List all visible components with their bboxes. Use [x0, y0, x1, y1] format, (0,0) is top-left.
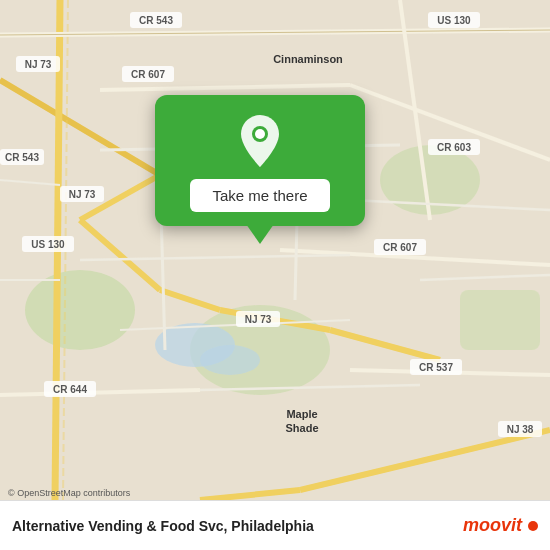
map-container: CR 543 US 130 NJ 73 CR 607 Cinnaminson C…	[0, 0, 550, 500]
map-attribution: © OpenStreetMap contributors	[8, 488, 130, 498]
svg-point-5	[200, 345, 260, 375]
popup-card: Take me there	[155, 95, 365, 226]
svg-text:CR 537: CR 537	[419, 362, 453, 373]
svg-text:CR 543: CR 543	[5, 152, 39, 163]
svg-text:US 130: US 130	[437, 15, 471, 26]
svg-line-32	[420, 275, 550, 280]
svg-text:CR 607: CR 607	[383, 242, 417, 253]
svg-line-11	[330, 330, 440, 360]
svg-text:CR 543: CR 543	[139, 15, 173, 26]
svg-line-34	[0, 180, 60, 185]
svg-text:Maple: Maple	[286, 408, 317, 420]
svg-rect-3	[460, 290, 540, 350]
moovit-logo: moovit	[463, 515, 538, 536]
svg-point-0	[25, 270, 135, 350]
location-title: Alternative Vending & Food Svc, Philadel…	[12, 518, 463, 534]
svg-line-9	[160, 290, 220, 310]
svg-text:NJ 73: NJ 73	[69, 189, 96, 200]
svg-text:CR 603: CR 603	[437, 142, 471, 153]
svg-line-21	[300, 430, 550, 490]
svg-line-22	[200, 490, 300, 500]
map-svg: CR 543 US 130 NJ 73 CR 607 Cinnaminson C…	[0, 0, 550, 500]
take-me-there-button[interactable]: Take me there	[190, 179, 329, 212]
svg-text:US 130: US 130	[31, 239, 65, 250]
moovit-dot	[528, 521, 538, 531]
svg-text:NJ 73: NJ 73	[25, 59, 52, 70]
svg-text:NJ 38: NJ 38	[507, 424, 534, 435]
svg-line-17	[100, 85, 350, 90]
location-icon	[232, 113, 288, 169]
svg-line-23	[0, 390, 200, 395]
svg-text:Shade: Shade	[285, 422, 318, 434]
svg-text:NJ 73: NJ 73	[245, 314, 272, 325]
svg-point-65	[255, 129, 265, 139]
moovit-text: moovit	[463, 515, 522, 536]
svg-text:CR 644: CR 644	[53, 384, 87, 395]
bottom-bar: Alternative Vending & Food Svc, Philadel…	[0, 500, 550, 550]
svg-text:Cinnaminson: Cinnaminson	[273, 53, 343, 65]
svg-text:CR 607: CR 607	[131, 69, 165, 80]
